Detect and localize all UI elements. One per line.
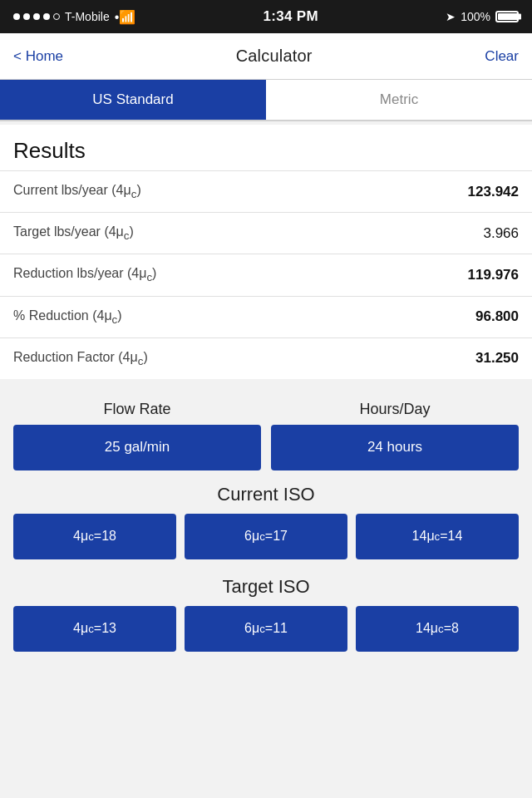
current-iso-buttons: 4μc=18 6μc=17 14μc=14 (13, 514, 519, 559)
page-title: Calculator (236, 47, 313, 66)
result-row-4: Reduction Factor (4μc) 31.250 (0, 337, 532, 379)
hours-per-day-group: Hours/Day 24 hours (271, 401, 519, 470)
dot5 (53, 13, 60, 20)
dot1 (13, 13, 20, 20)
battery-percent: 100% (461, 10, 490, 23)
target-iso-btn-2[interactable]: 14μc=8 (356, 606, 519, 652)
result-label-2: Reduction lbs/year (4μc) (13, 266, 156, 283)
current-iso-section: Current ISO 4μc=18 6μc=17 14μc=14 (13, 484, 519, 559)
result-value-2: 119.976 (468, 267, 519, 283)
result-row-2: Reduction lbs/year (4μc) 119.976 (0, 254, 532, 295)
results-title: Results (0, 125, 532, 170)
result-row-0: Current lbs/year (4μc) 123.942 (0, 170, 532, 212)
results-section: Results Current lbs/year (4μc) 123.942 T… (0, 125, 532, 379)
dot2 (23, 13, 30, 20)
tab-us-standard[interactable]: US Standard (0, 80, 266, 120)
result-label-3: % Reduction (4μc) (13, 308, 122, 326)
flow-rate-value: 25 gal/min (105, 439, 170, 456)
target-iso-buttons: 4μc=13 6μc=11 14μc=8 (13, 606, 519, 652)
result-label-0: Current lbs/year (4μc) (13, 183, 141, 200)
carrier-label: T-Mobile (65, 10, 110, 23)
status-left: T-Mobile •📶 (13, 9, 135, 25)
dot4 (43, 13, 50, 20)
hours-per-day-button[interactable]: 24 hours (271, 425, 519, 470)
flow-rate-group: Flow Rate 25 gal/min (13, 401, 261, 470)
tab-metric[interactable]: Metric (266, 80, 532, 120)
result-row-1: Target lbs/year (4μc) 3.966 (0, 212, 532, 254)
result-value-1: 3.966 (483, 225, 519, 242)
hours-per-day-label: Hours/Day (359, 401, 430, 418)
flow-hours-row: Flow Rate 25 gal/min Hours/Day 24 hours (13, 401, 519, 470)
dot3 (33, 13, 40, 20)
tab-bar: US Standard Metric (0, 80, 532, 121)
status-bar: T-Mobile •📶 1:34 PM ➤ 100% (0, 0, 532, 33)
inputs-section: Flow Rate 25 gal/min Hours/Day 24 hours … (0, 384, 532, 668)
result-value-3: 96.800 (475, 308, 519, 325)
battery-icon (495, 11, 519, 22)
current-iso-label: Current ISO (13, 484, 519, 505)
current-iso-btn-0[interactable]: 4μc=18 (13, 514, 176, 559)
target-iso-label: Target ISO (13, 576, 519, 598)
nav-bar: < Home Calculator Clear (0, 33, 532, 80)
result-label-1: Target lbs/year (4μc) (13, 224, 134, 242)
target-iso-btn-0[interactable]: 4μc=13 (13, 606, 176, 652)
hours-per-day-value: 24 hours (367, 439, 422, 456)
status-time: 1:34 PM (264, 8, 318, 25)
current-iso-btn-1[interactable]: 6μc=17 (185, 514, 347, 559)
target-iso-section: Target ISO 4μc=13 6μc=11 14μc=8 (13, 576, 519, 652)
wifi-icon: •📶 (115, 9, 136, 25)
tab-us-standard-label: US Standard (92, 91, 173, 108)
result-row-3: % Reduction (4μc) 96.800 (0, 296, 532, 337)
tab-metric-label: Metric (380, 91, 418, 108)
clear-button[interactable]: Clear (485, 48, 519, 65)
status-right: ➤ 100% (446, 10, 519, 23)
signal-dots (13, 13, 60, 20)
result-label-4: Reduction Factor (4μc) (13, 350, 148, 367)
flow-rate-label: Flow Rate (103, 401, 170, 418)
result-value-4: 31.250 (475, 350, 519, 367)
battery-fill (498, 13, 518, 20)
back-button[interactable]: < Home (13, 48, 63, 65)
target-iso-btn-1[interactable]: 6μc=11 (185, 606, 347, 652)
flow-rate-button[interactable]: 25 gal/min (13, 425, 261, 470)
result-value-0: 123.942 (468, 184, 519, 200)
location-icon: ➤ (446, 10, 456, 23)
current-iso-btn-2[interactable]: 14μc=14 (356, 514, 519, 559)
